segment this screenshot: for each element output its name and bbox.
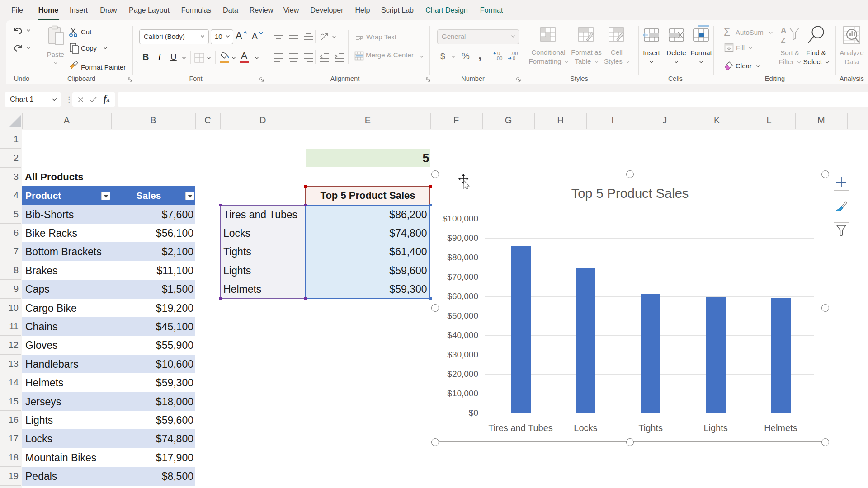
svg-text:0: 0 bbox=[513, 56, 515, 61]
svg-text:.00: .00 bbox=[495, 56, 502, 61]
svg-text:Z: Z bbox=[781, 36, 785, 45]
svg-text:A: A bbox=[781, 26, 786, 35]
